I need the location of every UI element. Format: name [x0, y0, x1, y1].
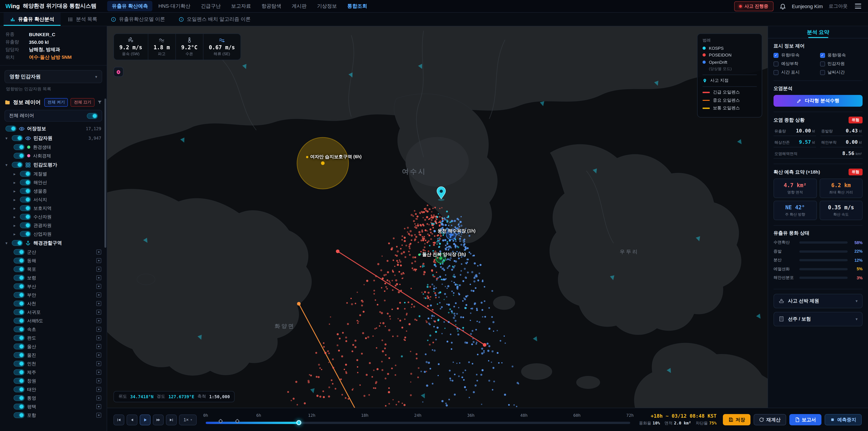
- layer-toggle[interactable]: [13, 387, 24, 392]
- layer-toggle[interactable]: [13, 352, 24, 358]
- locate-icon[interactable]: [96, 404, 101, 409]
- chevron-icon[interactable]: ▸: [13, 197, 17, 202]
- layer-toggle[interactable]: [13, 292, 24, 298]
- layer-toggle[interactable]: [12, 240, 23, 246]
- layer-toggle[interactable]: [20, 222, 31, 228]
- chevron-icon[interactable]: ▸: [13, 172, 17, 176]
- chevron-icon[interactable]: ▸: [13, 223, 17, 227]
- layer-toggle[interactable]: [13, 249, 24, 255]
- locate-icon[interactable]: [96, 378, 101, 383]
- nav-item[interactable]: HNS·대기확산: [154, 1, 195, 11]
- layer-row[interactable]: ▸ 관광자원: [0, 221, 107, 229]
- nav-item[interactable]: 통합조회: [343, 1, 372, 11]
- display-option-checkbox[interactable]: 날씨시간: [820, 70, 863, 75]
- layer-toggle[interactable]: [13, 283, 24, 289]
- display-option-checkbox[interactable]: 예상부착: [774, 61, 816, 67]
- layer-row[interactable]: 환경생태: [0, 143, 107, 151]
- poi-label[interactable]: 여자만 습지보호구역 (6h): [306, 154, 362, 160]
- step-back-button[interactable]: [127, 414, 137, 425]
- nav-item[interactable]: 보고자료: [227, 1, 256, 11]
- layer-row[interactable]: 포항: [0, 411, 107, 420]
- layer-row[interactable]: 속초: [0, 325, 107, 334]
- impact-resources-header[interactable]: 영향 민감자원 ▾: [4, 70, 102, 83]
- poi-label[interactable]: 웅천 해수욕장 (1h): [434, 228, 475, 234]
- timeline-handle[interactable]: [297, 420, 302, 425]
- layer-toggle[interactable]: [20, 171, 31, 177]
- nav-item[interactable]: 게시판: [287, 1, 311, 11]
- filter-icon[interactable]: [97, 100, 102, 105]
- play-button[interactable]: [140, 414, 151, 425]
- all-layers-off-button[interactable]: 전체 끄기: [71, 98, 94, 107]
- chevron-icon[interactable]: ▸: [13, 206, 17, 210]
- skip-start-button[interactable]: [114, 414, 124, 425]
- oil-fence-line[interactable]: [297, 302, 368, 408]
- nav-item[interactable]: 항공탐색: [257, 1, 286, 11]
- layer-toggle[interactable]: [20, 205, 31, 211]
- layer-row[interactable]: 태안: [0, 385, 107, 394]
- layer-toggle[interactable]: [13, 335, 24, 341]
- layer-toggle[interactable]: [13, 309, 24, 315]
- locate-icon[interactable]: [96, 396, 101, 400]
- layer-row[interactable]: 통영: [0, 394, 107, 402]
- layer-toggle[interactable]: [20, 180, 31, 185]
- skip-end-button[interactable]: [166, 414, 177, 425]
- all-layers-on-button[interactable]: 전체 켜기: [44, 98, 68, 107]
- display-option-checkbox[interactable]: 시간 표시: [774, 70, 816, 75]
- tab-item[interactable]: 분석 목록: [61, 13, 103, 26]
- layer-toggle[interactable]: [13, 275, 24, 281]
- locate-icon[interactable]: [96, 293, 101, 298]
- layer-row[interactable]: ▸ 서식지: [0, 195, 107, 204]
- layer-row[interactable]: 창원: [0, 376, 107, 385]
- collapsible-section[interactable]: 선주 / 보험 ▾: [774, 312, 863, 326]
- tab-item[interactable]: 오일펜스 배치 알고리즘 이론: [172, 13, 257, 26]
- layer-row[interactable]: 사회경제: [0, 151, 107, 160]
- chevron-icon[interactable]: ▸: [13, 214, 17, 219]
- display-option-checkbox[interactable]: 유향/유속: [774, 53, 816, 58]
- master-layer-toggle[interactable]: [87, 113, 98, 119]
- incident-status-badge[interactable]: 사고 진행중: [734, 1, 773, 11]
- layer-toggle[interactable]: [13, 361, 24, 367]
- layer-toggle[interactable]: [13, 326, 24, 332]
- layer-toggle[interactable]: [13, 412, 24, 418]
- chevron-icon[interactable]: ▸: [13, 232, 17, 236]
- layer-row[interactable]: 부안: [0, 291, 107, 299]
- nav-item[interactable]: 긴급구난: [196, 1, 225, 11]
- layer-row[interactable]: 울산: [0, 342, 107, 351]
- action-button[interactable]: 예측중지: [825, 414, 862, 425]
- layer-toggle[interactable]: [20, 231, 31, 237]
- protected-zone[interactable]: [297, 137, 348, 189]
- polygon-analysis-button[interactable]: 다각형 분석수행: [774, 95, 863, 107]
- chevron-icon[interactable]: ▾: [5, 162, 9, 167]
- locate-icon[interactable]: [96, 301, 101, 306]
- locate-icon[interactable]: [96, 361, 101, 366]
- layer-toggle[interactable]: [12, 162, 23, 168]
- layer-toggle[interactable]: [13, 258, 24, 264]
- layer-row[interactable]: 사천: [0, 299, 107, 308]
- tab-item[interactable]: 유출유확산모델 이론: [104, 13, 171, 26]
- layer-toggle[interactable]: [20, 214, 31, 220]
- layer-toggle[interactable]: [13, 343, 24, 349]
- map-area[interactable]: 여수시화양면우두리여자만 습지보호구역 (6h)웅천 해수욕장 (1h)돌산 전…: [107, 26, 768, 408]
- layer-row[interactable]: ▾ 민감도평가: [0, 160, 107, 170]
- timeline-track[interactable]: [206, 419, 630, 427]
- layer-row[interactable]: ▸ 수산자원: [0, 212, 107, 221]
- chevron-icon[interactable]: ▾: [5, 241, 9, 245]
- layer-row[interactable]: 서귀포: [0, 308, 107, 316]
- layer-row[interactable]: ▾ 해경관할구역: [0, 238, 107, 248]
- layer-row[interactable]: 군산: [0, 248, 107, 256]
- layer-toggle[interactable]: [13, 266, 24, 272]
- nav-item[interactable]: 유출유 확산예측: [107, 1, 153, 11]
- locate-icon[interactable]: [96, 310, 101, 315]
- nav-item[interactable]: 기상정보: [313, 1, 342, 11]
- locate-icon[interactable]: [96, 284, 101, 289]
- layer-toggle[interactable]: [13, 404, 24, 409]
- action-button[interactable]: 저장: [723, 414, 750, 425]
- sidebar-scrollbar[interactable]: [104, 98, 106, 248]
- layer-toggle[interactable]: [5, 126, 16, 131]
- layer-row[interactable]: 어장정보 17,129: [0, 124, 107, 133]
- chevron-icon[interactable]: ▸: [13, 180, 17, 185]
- locate-icon[interactable]: [96, 413, 101, 418]
- map-canvas[interactable]: [107, 26, 768, 408]
- panel-title[interactable]: 분석 요약: [768, 26, 868, 38]
- collapsible-section[interactable]: 사고 선박 제원 ▾: [774, 294, 863, 308]
